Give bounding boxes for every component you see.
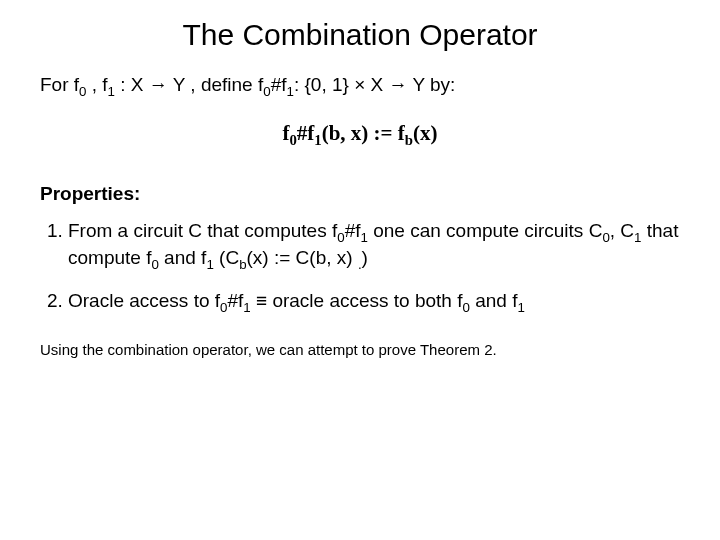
sub: 0 xyxy=(263,84,270,99)
txt: #f xyxy=(345,220,361,241)
definition-line: For f0 , f1 : X → Y , define f0#f1: {0, … xyxy=(40,74,680,99)
txt: For f xyxy=(40,74,79,95)
txt: ) xyxy=(362,247,368,268)
properties-list: From a circuit C that computes f0#f1 one… xyxy=(44,219,680,315)
sub: 1 xyxy=(243,299,250,314)
txt: and f xyxy=(470,290,518,311)
sub: 1 xyxy=(108,84,115,99)
txt: (x) := C(b, x) xyxy=(247,247,358,268)
footnote: Using the combination operator, we can a… xyxy=(40,341,680,358)
sub: 0 xyxy=(151,257,158,272)
txt: , C xyxy=(610,220,634,241)
sub: b xyxy=(239,257,246,272)
sub: 1 xyxy=(287,84,294,99)
sub: b xyxy=(405,132,413,148)
sub: 0 xyxy=(337,230,344,245)
sub: 0 xyxy=(602,230,609,245)
list-item: Oracle access to f0#f1 ≡ oracle access t… xyxy=(68,289,680,316)
equation: f0#f1(b, x) := fb(x) xyxy=(40,121,680,149)
sub: 0 xyxy=(462,299,469,314)
txt: one can compute circuits C xyxy=(368,220,602,241)
arrow-icon: → xyxy=(149,74,168,95)
txt: (C xyxy=(214,247,239,268)
sub: 1 xyxy=(206,257,213,272)
txt: Y , define f xyxy=(168,74,263,95)
list-item: From a circuit C that computes f0#f1 one… xyxy=(68,219,680,273)
txt: (x) xyxy=(413,121,438,145)
properties-heading: Properties: xyxy=(40,183,680,205)
txt: : X xyxy=(115,74,149,95)
arrow-icon: → xyxy=(388,74,407,95)
txt: #f xyxy=(227,290,243,311)
txt: Y by: xyxy=(407,74,455,95)
txt: Oracle access to f xyxy=(68,290,220,311)
txt: #f xyxy=(297,121,315,145)
txt: , f xyxy=(86,74,107,95)
txt: f xyxy=(283,121,290,145)
txt: ≡ oracle access to both f xyxy=(251,290,463,311)
txt: (b, x) := f xyxy=(322,121,405,145)
txt: #f xyxy=(271,74,287,95)
slide: The Combination Operator For f0 , f1 : X… xyxy=(0,0,720,358)
txt: From a circuit C that computes f xyxy=(68,220,337,241)
sub: 1 xyxy=(314,132,321,148)
sub: 1 xyxy=(517,299,524,314)
sub: 1 xyxy=(361,230,368,245)
sub: 0 xyxy=(290,132,297,148)
txt: and f xyxy=(159,247,207,268)
slide-title: The Combination Operator xyxy=(40,18,680,52)
txt: : {0, 1} × X xyxy=(294,74,389,95)
